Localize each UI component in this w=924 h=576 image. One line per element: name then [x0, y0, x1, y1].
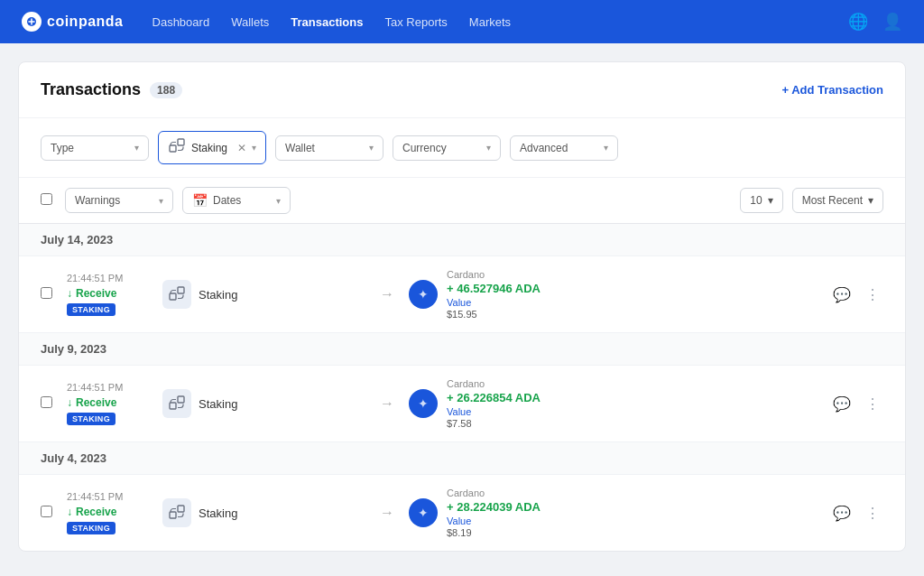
tx-coin-3: Cardano + 28.224039 ADA Value $8.19: [409, 488, 815, 538]
row-checkbox-3[interactable]: [41, 506, 52, 520]
tx-arrow-2: →: [380, 395, 394, 412]
nav-dashboard[interactable]: Dashboard: [152, 12, 210, 33]
tx-type-1: ↓ Receive: [67, 287, 148, 300]
svg-rect-2: [178, 139, 184, 145]
advanced-filter-chevron: ▾: [604, 143, 608, 153]
tx-value-label-2: Value: [447, 406, 541, 417]
more-menu-button-1[interactable]: ⋮: [862, 283, 883, 307]
tx-actions-2: 💬 ⋮: [829, 392, 883, 416]
staking-source-icon-3: [162, 498, 191, 527]
tx-badge-3: STAKING: [67, 522, 116, 534]
staking-filter-icon: [168, 137, 186, 158]
tx-coin-name-1: Cardano: [447, 269, 541, 280]
transaction-count-badge: 188: [150, 82, 182, 98]
currency-filter[interactable]: Currency ▾: [393, 135, 501, 161]
calendar-icon: 📅: [192, 193, 208, 208]
svg-rect-3: [170, 293, 176, 300]
row-checkbox-1[interactable]: [41, 287, 52, 302]
tx-value-label-3: Value: [447, 516, 541, 526]
dates-chevron: ▾: [276, 196, 281, 206]
sort-chevron: ▾: [868, 194, 873, 207]
svg-rect-7: [170, 512, 176, 518]
dates-filter-label: Dates: [213, 194, 271, 207]
tx-coin-details-3: Cardano + 28.224039 ADA Value $8.19: [447, 488, 541, 538]
ada-icon-1: [409, 280, 438, 309]
tx-coin-name-3: Cardano: [447, 488, 541, 498]
tx-time-3: 21:44:51 PM: [67, 491, 148, 502]
tx-arrow-1: →: [380, 286, 394, 302]
language-icon[interactable]: 🌐: [848, 12, 868, 32]
tx-type-label-2: Receive: [76, 396, 116, 409]
tx-usd-1: $15.95: [447, 309, 541, 320]
svg-rect-5: [170, 403, 176, 409]
tx-usd-3: $8.19: [447, 527, 541, 538]
date-label-july14: July 14, 2023: [41, 233, 113, 246]
main-content: Transactions 188 + Add Transaction Type …: [0, 43, 924, 570]
comment-button-3[interactable]: 💬: [829, 501, 855, 525]
title-area: Transactions 188: [41, 80, 182, 99]
comment-button-1[interactable]: 💬: [829, 283, 855, 307]
advanced-filter[interactable]: Advanced ▾: [510, 135, 618, 161]
advanced-filter-label: Advanced: [520, 142, 598, 154]
add-transaction-button[interactable]: + Add Transaction: [781, 83, 883, 97]
receive-icon-2: ↓: [67, 396, 72, 409]
wallet-filter-label: Wallet: [285, 142, 364, 154]
date-group-july14: July 14, 2023: [19, 224, 905, 256]
staking-source-icon-2: [162, 389, 191, 418]
type-filter[interactable]: Type ▾: [41, 135, 149, 161]
filters-row-2: Warnings ▾ 📅 Dates ▾ 10 ▾ Most Recent ▾: [19, 178, 905, 224]
select-all-checkbox-area[interactable]: [41, 193, 52, 208]
nav-wallets[interactable]: Wallets: [231, 12, 269, 33]
more-menu-button-2[interactable]: ⋮: [862, 392, 883, 416]
svg-rect-4: [178, 287, 184, 293]
tx-type-label-1: Receive: [76, 287, 116, 300]
comment-button-2[interactable]: 💬: [829, 392, 855, 416]
svg-rect-6: [178, 396, 184, 403]
table-row: 21:44:51 PM ↓ Receive STAKING Staking: [19, 366, 905, 442]
nav-right: 🌐 👤: [848, 12, 902, 32]
table-row: 21:44:51 PM ↓ Receive STAKING Staking: [19, 256, 905, 333]
page-header: Transactions 188 + Add Transaction: [19, 62, 905, 118]
wallet-filter[interactable]: Wallet ▾: [275, 135, 383, 161]
staking-filter-clear[interactable]: ✕: [237, 142, 246, 154]
sort-select[interactable]: Most Recent ▾: [792, 188, 883, 213]
staking-filter-label: Staking: [191, 142, 230, 154]
more-menu-button-3[interactable]: ⋮: [862, 501, 883, 525]
currency-filter-chevron: ▾: [486, 143, 491, 153]
type-filter-label: Type: [51, 142, 129, 154]
per-page-select[interactable]: 10 ▾: [740, 188, 782, 213]
tx-coin-1: Cardano + 46.527946 ADA Value $15.95: [409, 269, 815, 320]
warnings-filter-label: Warnings: [75, 194, 153, 207]
wallet-filter-chevron: ▾: [369, 143, 374, 153]
row-checkbox-2[interactable]: [41, 396, 52, 411]
tx-usd-2: $7.58: [447, 418, 541, 429]
tx-time-2: 21:44:51 PM: [67, 382, 148, 393]
tx-time-1: 21:44:51 PM: [67, 273, 148, 283]
tx-time-type-1: 21:44:51 PM ↓ Receive STAKING: [67, 273, 148, 316]
tx-source-2: Staking: [162, 389, 365, 418]
nav-transactions[interactable]: Transactions: [291, 12, 363, 33]
tx-amount-3: + 28.224039 ADA: [447, 500, 541, 514]
date-label-july9: July 9, 2023: [41, 342, 106, 356]
currency-filter-label: Currency: [402, 142, 481, 154]
transactions-card: Transactions 188 + Add Transaction Type …: [18, 61, 906, 552]
sort-value: Most Recent: [802, 194, 863, 207]
nav-markets[interactable]: Markets: [469, 12, 511, 33]
tx-type-2: ↓ Receive: [67, 396, 148, 409]
receive-icon-3: ↓: [67, 506, 72, 518]
tx-coin-2: Cardano + 26.226854 ADA Value $7.58: [409, 378, 815, 429]
tx-value-label-1: Value: [447, 297, 541, 308]
tx-actions-3: 💬 ⋮: [829, 501, 883, 525]
dates-filter[interactable]: 📅 Dates ▾: [182, 187, 291, 214]
tx-type-3: ↓ Receive: [67, 506, 148, 518]
brand-name: coinpanda: [47, 14, 124, 30]
select-all-checkbox[interactable]: [41, 193, 52, 205]
staking-filter[interactable]: Staking ✕ ▾: [158, 131, 266, 164]
warnings-filter[interactable]: Warnings ▾: [65, 188, 173, 213]
user-avatar-icon[interactable]: 👤: [882, 12, 902, 32]
svg-rect-8: [178, 506, 184, 512]
receive-icon-1: ↓: [67, 287, 72, 300]
nav-tax-reports[interactable]: Tax Reports: [384, 12, 447, 33]
brand-logo[interactable]: coinpanda: [22, 12, 124, 32]
tx-source-1: Staking: [162, 280, 365, 309]
